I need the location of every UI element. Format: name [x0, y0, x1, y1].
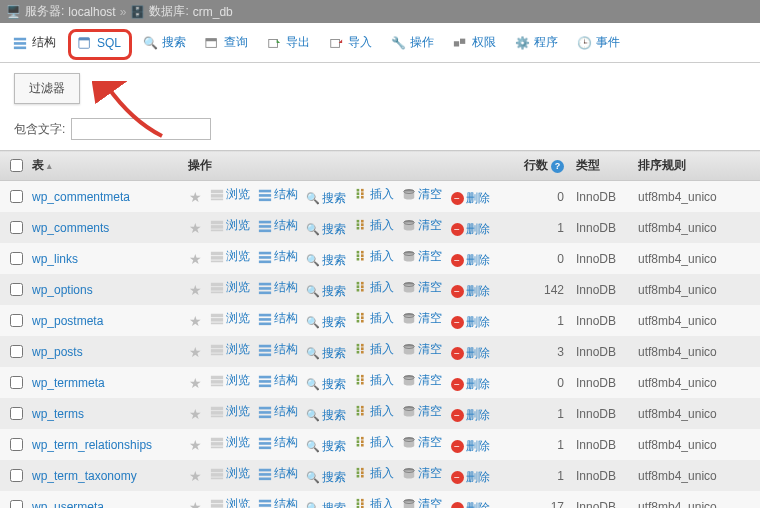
op-empty[interactable]: 清空	[402, 372, 442, 389]
star-icon[interactable]: ★	[188, 220, 202, 236]
filter-input[interactable]	[71, 118, 211, 140]
row-checkbox[interactable]	[10, 438, 23, 451]
tab-routines[interactable]: ⚙️ 程序	[506, 28, 568, 61]
op-empty[interactable]: 清空	[402, 465, 442, 482]
star-icon[interactable]: ★	[188, 344, 202, 360]
op-insert[interactable]: 插入	[354, 434, 394, 451]
op-search[interactable]: 🔍搜索	[306, 345, 346, 362]
op-browse[interactable]: 浏览	[210, 341, 250, 358]
server-name[interactable]: localhost	[68, 5, 115, 19]
table-name-link[interactable]: wp_terms	[32, 407, 84, 421]
tab-query[interactable]: 查询	[196, 28, 258, 61]
op-drop[interactable]: −删除	[450, 314, 490, 331]
op-search[interactable]: 🔍搜索	[306, 314, 346, 331]
row-checkbox[interactable]	[10, 376, 23, 389]
table-name-link[interactable]: wp_posts	[32, 345, 83, 359]
op-insert[interactable]: 插入	[354, 465, 394, 482]
op-browse[interactable]: 浏览	[210, 248, 250, 265]
op-browse[interactable]: 浏览	[210, 217, 250, 234]
row-checkbox[interactable]	[10, 314, 23, 327]
op-drop[interactable]: −删除	[450, 407, 490, 424]
row-checkbox[interactable]	[10, 283, 23, 296]
op-browse[interactable]: 浏览	[210, 279, 250, 296]
tab-export[interactable]: 导出	[258, 28, 320, 61]
star-icon[interactable]: ★	[188, 375, 202, 391]
op-empty[interactable]: 清空	[402, 403, 442, 420]
op-search[interactable]: 🔍搜索	[306, 221, 346, 238]
op-insert[interactable]: 插入	[354, 217, 394, 234]
star-icon[interactable]: ★	[188, 251, 202, 267]
op-insert[interactable]: 插入	[354, 186, 394, 203]
op-drop[interactable]: −删除	[450, 221, 490, 238]
op-empty[interactable]: 清空	[402, 496, 442, 508]
row-checkbox[interactable]	[10, 252, 23, 265]
star-icon[interactable]: ★	[188, 468, 202, 484]
row-checkbox[interactable]	[10, 469, 23, 482]
op-insert[interactable]: 插入	[354, 496, 394, 508]
op-search[interactable]: 🔍搜索	[306, 500, 346, 509]
op-drop[interactable]: −删除	[450, 500, 490, 508]
op-structure[interactable]: 结构	[258, 465, 298, 482]
tab-events[interactable]: 🕒 事件	[568, 28, 630, 61]
op-search[interactable]: 🔍搜索	[306, 469, 346, 486]
op-empty[interactable]: 清空	[402, 248, 442, 265]
op-drop[interactable]: −删除	[450, 438, 490, 455]
op-insert[interactable]: 插入	[354, 310, 394, 327]
op-browse[interactable]: 浏览	[210, 372, 250, 389]
tab-privileges[interactable]: 权限	[444, 28, 506, 61]
table-name-link[interactable]: wp_commentmeta	[32, 190, 130, 204]
op-empty[interactable]: 清空	[402, 341, 442, 358]
star-icon[interactable]: ★	[188, 313, 202, 329]
tab-sql[interactable]: SQL	[68, 29, 132, 60]
star-icon[interactable]: ★	[188, 406, 202, 422]
op-empty[interactable]: 清空	[402, 186, 442, 203]
op-insert[interactable]: 插入	[354, 341, 394, 358]
op-insert[interactable]: 插入	[354, 279, 394, 296]
op-structure[interactable]: 结构	[258, 248, 298, 265]
col-table-header[interactable]: 表	[26, 151, 182, 181]
op-search[interactable]: 🔍搜索	[306, 252, 346, 269]
op-empty[interactable]: 清空	[402, 434, 442, 451]
op-structure[interactable]: 结构	[258, 434, 298, 451]
op-search[interactable]: 🔍搜索	[306, 376, 346, 393]
star-icon[interactable]: ★	[188, 499, 202, 509]
op-structure[interactable]: 结构	[258, 217, 298, 234]
table-name-link[interactable]: wp_usermeta	[32, 500, 104, 509]
tab-operations[interactable]: 🔧 操作	[382, 28, 444, 61]
row-checkbox[interactable]	[10, 221, 23, 234]
op-structure[interactable]: 结构	[258, 279, 298, 296]
op-insert[interactable]: 插入	[354, 403, 394, 420]
table-name-link[interactable]: wp_postmeta	[32, 314, 103, 328]
op-drop[interactable]: −删除	[450, 283, 490, 300]
row-checkbox[interactable]	[10, 500, 23, 508]
op-structure[interactable]: 结构	[258, 310, 298, 327]
table-name-link[interactable]: wp_term_taxonomy	[32, 469, 137, 483]
op-drop[interactable]: −删除	[450, 345, 490, 362]
op-insert[interactable]: 插入	[354, 248, 394, 265]
tab-search[interactable]: 🔍 搜索	[134, 28, 196, 61]
row-checkbox[interactable]	[10, 345, 23, 358]
table-name-link[interactable]: wp_links	[32, 252, 78, 266]
op-browse[interactable]: 浏览	[210, 310, 250, 327]
star-icon[interactable]: ★	[188, 282, 202, 298]
table-name-link[interactable]: wp_term_relationships	[32, 438, 152, 452]
tab-structure[interactable]: 结构	[4, 28, 66, 61]
op-drop[interactable]: −删除	[450, 252, 490, 269]
col-rows-header[interactable]: 行数 ?	[512, 151, 570, 181]
row-checkbox[interactable]	[10, 190, 23, 203]
star-icon[interactable]: ★	[188, 189, 202, 205]
table-name-link[interactable]: wp_options	[32, 283, 93, 297]
op-search[interactable]: 🔍搜索	[306, 438, 346, 455]
col-checkbox[interactable]	[0, 151, 26, 181]
op-search[interactable]: 🔍搜索	[306, 283, 346, 300]
col-type-header[interactable]: 类型	[570, 151, 632, 181]
db-name[interactable]: crm_db	[193, 5, 233, 19]
help-icon[interactable]: ?	[551, 160, 564, 173]
op-browse[interactable]: 浏览	[210, 434, 250, 451]
op-browse[interactable]: 浏览	[210, 186, 250, 203]
op-structure[interactable]: 结构	[258, 496, 298, 508]
op-search[interactable]: 🔍搜索	[306, 407, 346, 424]
op-empty[interactable]: 清空	[402, 279, 442, 296]
op-structure[interactable]: 结构	[258, 372, 298, 389]
col-collation-header[interactable]: 排序规则	[632, 151, 760, 181]
